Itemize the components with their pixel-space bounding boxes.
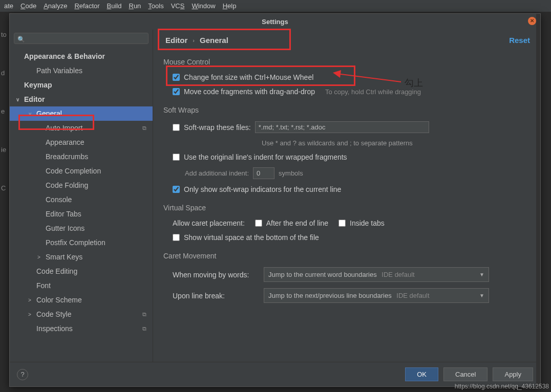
settings-tree[interactable]: Appearance & BehaviorPath VariablesKeyma… [10, 47, 153, 362]
watermark: https://blog.csdn.net/qq_43612538 [455, 383, 549, 390]
sidebar-item-appearance[interactable]: Appearance [10, 135, 153, 149]
sidebar-item-auto-import[interactable]: Auto Import⧉ [10, 121, 153, 135]
section-caret-movement: Caret Movement [163, 252, 530, 260]
label-show-virtual-space: Show virtual space at the bottom of the … [184, 233, 319, 242]
menu-tools[interactable]: Tools [148, 2, 163, 10]
sidebar-item-code-editing[interactable]: Code Editing [10, 264, 153, 278]
menu-build[interactable]: Build [107, 2, 122, 10]
section-mouse-control: Mouse Control [163, 58, 530, 66]
sidebar-item-console[interactable]: Console [10, 192, 153, 207]
section-soft-wraps: Soft Wraps [163, 106, 530, 114]
reset-link[interactable]: Reset [509, 36, 530, 45]
label-only-show-indicators: Only show soft-wrap indicators for the c… [184, 185, 341, 193]
sidebar-item-editor-tabs[interactable]: Editor Tabs [10, 207, 153, 221]
menu-code[interactable]: Code [20, 2, 36, 10]
copy-icon: ⧉ [142, 125, 146, 132]
label-additional-indent: Add additional indent: [185, 169, 249, 177]
menu-ate[interactable]: ate [4, 2, 13, 10]
input-additional-indent[interactable] [253, 167, 274, 179]
sidebar-item-gutter-icons[interactable]: Gutter Icons [10, 221, 153, 235]
checkbox-after-eol[interactable] [255, 220, 262, 227]
chevron-down-icon: ▼ [479, 293, 484, 298]
cancel-button[interactable]: Cancel [443, 367, 488, 381]
menu-window[interactable]: Window [192, 2, 215, 10]
sidebar-item-code-folding[interactable]: Code Folding [10, 178, 153, 192]
sidebar-item-smart-keys[interactable]: >Smart Keys [10, 250, 153, 264]
annotation-text: 勾上 [405, 77, 423, 89]
search-input[interactable] [14, 33, 149, 44]
settings-dialog: Settings ✕ 🔍 Appearance & BehaviorPath V… [9, 13, 541, 387]
sidebar-item-path-variables[interactable]: Path Variables [10, 63, 153, 78]
checkbox-soft-wrap-files[interactable] [173, 124, 180, 131]
checkbox-only-show-indicators[interactable] [173, 186, 180, 193]
copy-icon: ⧉ [142, 311, 146, 318]
search-icon: 🔍 [17, 36, 25, 43]
ok-button[interactable]: OK [405, 367, 438, 381]
checkbox-move-fragments[interactable] [173, 88, 180, 95]
copy-icon: ⧉ [142, 325, 146, 332]
label-move-fragments: Move code fragments with drag-and-drop [184, 88, 315, 96]
label-original-indent: Use the original line's indent for wrapp… [184, 153, 347, 161]
help-icon[interactable]: ? [17, 369, 28, 380]
background-fragments: todeieC [0, 31, 7, 192]
label-after-eol: After the end of line [266, 219, 328, 227]
sidebar-item-keymap[interactable]: Keymap [10, 78, 153, 92]
select-line-break[interactable]: Jump to the next/previous line boundarie… [264, 288, 489, 303]
sidebar-item-breadcrumbs[interactable]: Breadcrumbs [10, 149, 153, 164]
section-virtual-space: Virtual Space [163, 204, 530, 212]
close-icon[interactable]: ✕ [528, 17, 536, 25]
select-by-words[interactable]: Jump to the current word boundaries IDE … [264, 267, 489, 282]
sidebar-item-font[interactable]: Font [10, 278, 153, 293]
sidebar-item-editor[interactable]: ∨Editor [10, 92, 153, 106]
checkbox-inside-tabs[interactable] [338, 220, 346, 227]
sidebar-item-code-style[interactable]: >Code Style⧉ [10, 307, 153, 321]
label-inside-tabs: Inside tabs [350, 219, 385, 227]
sidebar-item-general[interactable]: ∨General [10, 106, 153, 121]
chevron-down-icon: ▼ [479, 272, 484, 277]
main-menubar[interactable]: ateCodeAnalyzeRefactorBuildRunToolsVCSWi… [0, 0, 551, 12]
input-soft-wrap-patterns[interactable] [255, 121, 429, 133]
hint-wildcards: Use * and ? as wildcards and ; to separa… [262, 139, 413, 147]
breadcrumb: Editor›General [163, 30, 530, 51]
checkbox-change-font-size[interactable] [173, 74, 180, 81]
sidebar-item-inspections[interactable]: Inspections⧉ [10, 321, 153, 336]
chevron-right-icon: › [193, 37, 195, 43]
sidebar-item-postfix-completion[interactable]: Postfix Completion [10, 235, 153, 250]
menu-run[interactable]: Run [129, 2, 141, 10]
menu-help[interactable]: Help [223, 2, 237, 10]
settings-sidebar: 🔍 Appearance & BehaviorPath VariablesKey… [10, 30, 153, 362]
checkbox-show-virtual-space[interactable] [173, 234, 180, 241]
settings-content: Editor›General Reset Mouse Control Chang… [153, 30, 540, 362]
sidebar-item-code-completion[interactable]: Code Completion [10, 164, 153, 178]
label-change-font-size: Change font size with Ctrl+Mouse Wheel [184, 73, 313, 81]
apply-button[interactable]: Apply [493, 367, 533, 381]
menu-vcs[interactable]: VCS [171, 2, 185, 10]
checkbox-original-indent[interactable] [173, 154, 180, 161]
sidebar-item-color-scheme[interactable]: >Color Scheme [10, 293, 153, 307]
dialog-title: Settings ✕ [10, 14, 540, 30]
label-allow-caret: Allow caret placement: [173, 219, 245, 227]
sidebar-item-appearance-behavior[interactable]: Appearance & Behavior [10, 49, 153, 63]
menu-analyze[interactable]: Analyze [44, 2, 67, 10]
label-by-words: When moving by words: [173, 271, 260, 279]
menu-refactor[interactable]: Refactor [74, 2, 99, 10]
label-symbols: symbols [279, 169, 303, 177]
label-line-break: Upon line break: [173, 292, 260, 300]
label-soft-wrap-files: Soft-wrap these files: [184, 123, 251, 132]
